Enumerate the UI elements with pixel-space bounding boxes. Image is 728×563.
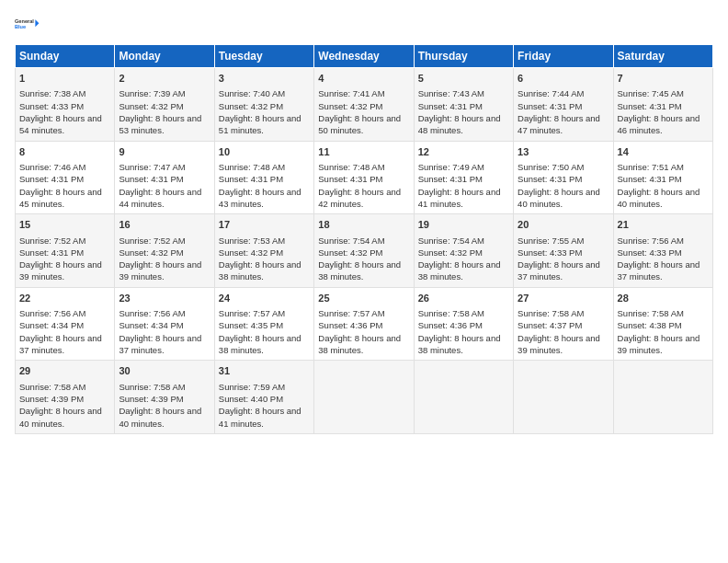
sunrise-label: Sunrise: 7:57 AM [219,308,285,318]
daylight-label: Daylight: 8 hours and 37 minutes. [119,333,201,355]
calendar-cell: 24Sunrise: 7:57 AMSunset: 4:35 PMDayligh… [214,287,313,361]
day-number: 22 [19,292,110,305]
daylight-label: Daylight: 8 hours and 40 minutes. [618,187,700,209]
sunset-label: Sunset: 4:39 PM [19,394,84,404]
day-number: 7 [618,72,709,86]
sunrise-label: Sunrise: 7:54 AM [318,236,384,246]
daylight-label: Daylight: 8 hours and 48 minutes. [418,113,501,135]
sunset-label: Sunset: 4:31 PM [518,174,582,184]
sunset-label: Sunset: 4:36 PM [418,320,483,330]
sunrise-label: Sunrise: 7:58 AM [418,308,484,318]
day-number: 10 [219,145,310,159]
day-header-friday: Friday [514,45,613,68]
day-number: 5 [418,72,509,86]
sunrise-label: Sunrise: 7:59 AM [219,382,285,392]
calendar-cell [314,361,414,434]
day-number: 14 [618,145,709,159]
day-number: 2 [119,72,210,86]
sunset-label: Sunset: 4:37 PM [518,320,582,330]
sunset-label: Sunset: 4:33 PM [618,247,682,258]
svg-marker-2 [35,19,39,27]
sunset-label: Sunset: 4:32 PM [318,101,382,111]
calendar-cell [414,361,513,434]
sunrise-label: Sunrise: 7:56 AM [19,308,85,318]
calendar-cell: 31Sunrise: 7:59 AMSunset: 4:40 PMDayligh… [214,361,313,434]
day-header-tuesday: Tuesday [214,45,313,68]
daylight-label: Daylight: 8 hours and 40 minutes. [119,406,201,428]
sunrise-label: Sunrise: 7:52 AM [119,236,185,246]
calendar-week-3: 15Sunrise: 7:52 AMSunset: 4:31 PMDayligh… [16,214,713,288]
day-number: 21 [618,218,709,232]
svg-text:Blue: Blue [15,24,26,29]
sunset-label: Sunset: 4:38 PM [618,320,682,330]
daylight-label: Daylight: 8 hours and 39 minutes. [19,259,102,282]
calendar-cell: 4Sunrise: 7:41 AMSunset: 4:32 PMDaylight… [314,68,414,142]
sunrise-label: Sunrise: 7:58 AM [119,382,185,392]
logo: GeneralBlue [15,11,40,37]
daylight-label: Daylight: 8 hours and 38 minutes. [418,259,501,282]
daylight-label: Daylight: 8 hours and 47 minutes. [518,113,600,135]
daylight-label: Daylight: 8 hours and 38 minutes. [219,333,301,355]
calendar-week-2: 8Sunrise: 7:46 AMSunset: 4:31 PMDaylight… [16,141,713,214]
day-number: 29 [19,364,110,378]
calendar-cell: 22Sunrise: 7:56 AMSunset: 4:34 PMDayligh… [16,287,115,361]
sunrise-label: Sunrise: 7:39 AM [119,88,185,98]
sunrise-label: Sunrise: 7:57 AM [318,308,384,318]
day-number: 17 [219,218,310,232]
day-header-sunday: Sunday [16,45,115,68]
daylight-label: Daylight: 8 hours and 37 minutes. [19,333,102,355]
sunset-label: Sunset: 4:32 PM [219,247,283,258]
sunset-label: Sunset: 4:31 PM [119,174,183,184]
daylight-label: Daylight: 8 hours and 46 minutes. [618,113,700,135]
day-header-saturday: Saturday [613,45,712,68]
calendar-week-1: 1Sunrise: 7:38 AMSunset: 4:33 PMDaylight… [16,68,713,142]
sunrise-label: Sunrise: 7:49 AM [418,162,484,172]
day-number: 18 [318,218,409,232]
calendar-page: GeneralBlue SundayMondayTuesdayWednesday… [0,0,728,563]
calendar-cell: 3Sunrise: 7:40 AMSunset: 4:32 PMDaylight… [214,68,313,142]
daylight-label: Daylight: 8 hours and 38 minutes. [219,259,301,282]
day-number: 4 [318,72,409,86]
sunset-label: Sunset: 4:31 PM [219,174,283,184]
day-number: 19 [418,218,509,232]
day-number: 15 [19,218,110,232]
calendar-cell: 8Sunrise: 7:46 AMSunset: 4:31 PMDaylight… [16,141,115,214]
sunrise-label: Sunrise: 7:54 AM [418,236,484,246]
daylight-label: Daylight: 8 hours and 50 minutes. [318,113,401,135]
sunset-label: Sunset: 4:34 PM [19,320,84,330]
calendar-cell: 25Sunrise: 7:57 AMSunset: 4:36 PMDayligh… [314,287,414,361]
calendar-cell: 15Sunrise: 7:52 AMSunset: 4:31 PMDayligh… [16,214,115,288]
day-number: 16 [119,218,210,232]
sunset-label: Sunset: 4:31 PM [618,174,682,184]
day-number: 12 [418,145,509,159]
daylight-label: Daylight: 8 hours and 45 minutes. [19,187,102,209]
daylight-label: Daylight: 8 hours and 37 minutes. [618,259,700,282]
sunset-label: Sunset: 4:31 PM [418,174,483,184]
calendar-week-5: 29Sunrise: 7:58 AMSunset: 4:39 PMDayligh… [16,361,713,434]
sunrise-label: Sunrise: 7:48 AM [219,162,285,172]
sunset-label: Sunset: 4:31 PM [418,101,483,111]
day-number: 6 [518,72,609,86]
day-number: 26 [418,292,509,305]
day-number: 23 [119,292,210,305]
sunset-label: Sunset: 4:33 PM [19,101,84,111]
calendar-cell: 30Sunrise: 7:58 AMSunset: 4:39 PMDayligh… [115,361,214,434]
day-header-wednesday: Wednesday [314,45,414,68]
sunrise-label: Sunrise: 7:46 AM [19,162,85,172]
sunset-label: Sunset: 4:36 PM [318,320,382,330]
sunrise-label: Sunrise: 7:50 AM [518,162,584,172]
calendar-cell: 6Sunrise: 7:44 AMSunset: 4:31 PMDaylight… [514,68,613,142]
sunrise-label: Sunrise: 7:45 AM [618,88,684,98]
sunset-label: Sunset: 4:31 PM [19,174,84,184]
day-number: 20 [518,218,609,232]
calendar-cell: 20Sunrise: 7:55 AMSunset: 4:33 PMDayligh… [514,214,613,288]
day-number: 11 [318,145,409,159]
calendar-table: SundayMondayTuesdayWednesdayThursdayFrid… [15,44,713,434]
sunrise-label: Sunrise: 7:56 AM [119,308,185,318]
calendar-cell [514,361,613,434]
calendar-cell: 29Sunrise: 7:58 AMSunset: 4:39 PMDayligh… [16,361,115,434]
sunrise-label: Sunrise: 7:38 AM [19,88,85,98]
sunset-label: Sunset: 4:31 PM [518,101,582,111]
calendar-cell: 10Sunrise: 7:48 AMSunset: 4:31 PMDayligh… [214,141,313,214]
calendar-cell: 27Sunrise: 7:58 AMSunset: 4:37 PMDayligh… [514,287,613,361]
